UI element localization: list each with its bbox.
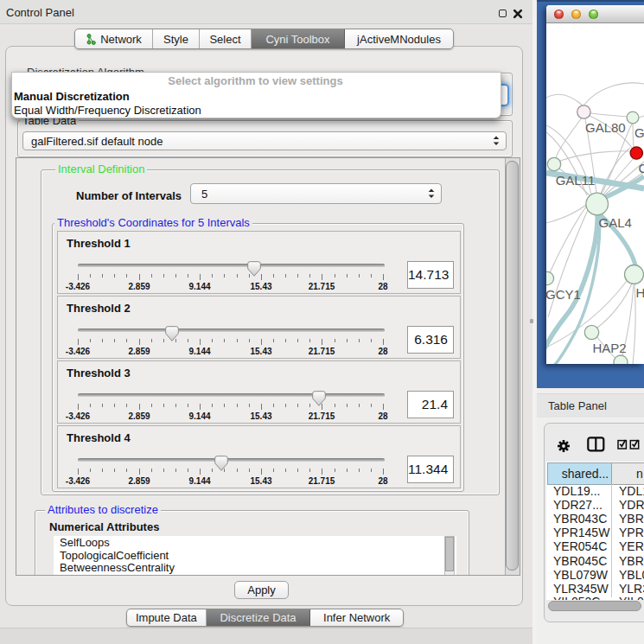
svg-text:GAL4: GAL4 <box>599 215 632 230</box>
svg-text:GAL11: GAL11 <box>556 173 596 188</box>
svg-text:HI: HI <box>636 285 644 300</box>
svg-text:CD: CD <box>638 161 644 175</box>
svg-text:GA: GA <box>634 125 644 140</box>
svg-text:GCY1: GCY1 <box>546 287 581 302</box>
svg-text:GAL80: GAL80 <box>585 120 626 135</box>
svg-text:HAP2: HAP2 <box>592 341 626 355</box>
